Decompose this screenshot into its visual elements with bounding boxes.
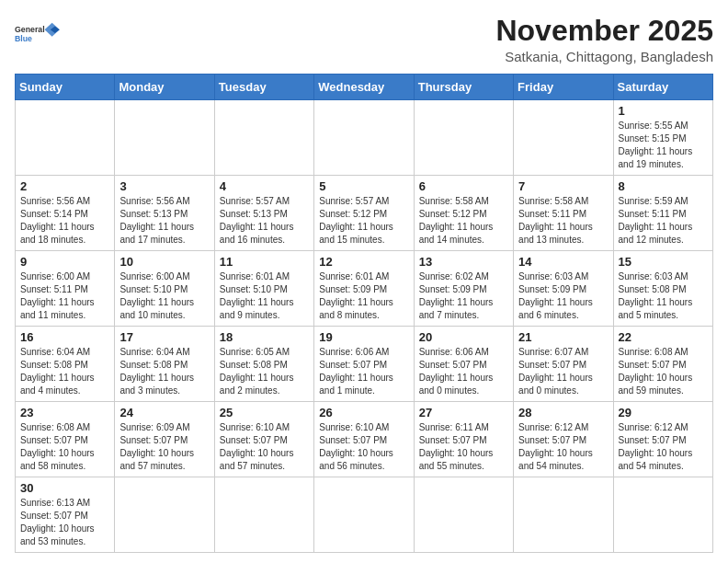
calendar-cell: 23Sunrise: 6:08 AM Sunset: 5:07 PM Dayli…	[16, 402, 115, 477]
day-info: Sunrise: 5:56 AM Sunset: 5:14 PM Dayligh…	[20, 195, 109, 247]
calendar-cell: 29Sunrise: 6:12 AM Sunset: 5:07 PM Dayli…	[613, 402, 712, 477]
day-number: 5	[319, 179, 408, 193]
day-info: Sunrise: 5:59 AM Sunset: 5:11 PM Dayligh…	[619, 195, 708, 247]
day-number: 7	[518, 179, 608, 193]
title-area: November 2025 Satkania, Chittagong, Bang…	[495, 15, 713, 64]
calendar-cell	[314, 100, 414, 176]
day-info: Sunrise: 6:12 AM Sunset: 5:07 PM Dayligh…	[619, 421, 708, 473]
weekday-header-thursday: Thursday	[414, 75, 513, 100]
day-number: 20	[419, 330, 508, 344]
day-number: 21	[518, 330, 608, 344]
calendar-cell: 12Sunrise: 6:01 AM Sunset: 5:09 PM Dayli…	[314, 251, 414, 327]
day-info: Sunrise: 6:05 AM Sunset: 5:08 PM Dayligh…	[220, 346, 309, 397]
day-number: 11	[220, 255, 309, 269]
day-info: Sunrise: 6:08 AM Sunset: 5:07 PM Dayligh…	[619, 346, 708, 397]
day-number: 23	[20, 406, 109, 419]
calendar-week-row: 30Sunrise: 6:13 AM Sunset: 5:07 PM Dayli…	[16, 477, 713, 553]
calendar-cell	[214, 477, 313, 553]
day-info: Sunrise: 6:04 AM Sunset: 5:08 PM Dayligh…	[20, 346, 109, 397]
calendar-week-row: 23Sunrise: 6:08 AM Sunset: 5:07 PM Dayli…	[16, 402, 713, 477]
calendar-cell: 11Sunrise: 6:01 AM Sunset: 5:10 PM Dayli…	[214, 251, 313, 327]
day-info: Sunrise: 6:12 AM Sunset: 5:07 PM Dayligh…	[518, 421, 608, 473]
calendar-cell: 20Sunrise: 6:06 AM Sunset: 5:07 PM Dayli…	[414, 327, 513, 402]
calendar-cell: 22Sunrise: 6:08 AM Sunset: 5:07 PM Dayli…	[613, 327, 712, 402]
calendar-week-row: 16Sunrise: 6:04 AM Sunset: 5:08 PM Dayli…	[16, 327, 713, 402]
calendar-cell: 18Sunrise: 6:05 AM Sunset: 5:08 PM Dayli…	[214, 327, 313, 402]
weekday-header-row: SundayMondayTuesdayWednesdayThursdayFrid…	[16, 75, 713, 100]
day-info: Sunrise: 6:13 AM Sunset: 5:07 PM Dayligh…	[20, 497, 109, 548]
day-number: 12	[319, 255, 408, 269]
calendar-cell: 27Sunrise: 6:11 AM Sunset: 5:07 PM Dayli…	[414, 402, 513, 477]
calendar-cell: 3Sunrise: 5:56 AM Sunset: 5:13 PM Daylig…	[115, 176, 214, 251]
calendar-week-row: 1Sunrise: 5:55 AM Sunset: 5:15 PM Daylig…	[16, 100, 713, 176]
calendar-cell	[16, 100, 115, 176]
calendar-cell: 8Sunrise: 5:59 AM Sunset: 5:11 PM Daylig…	[613, 176, 712, 251]
calendar-cell: 7Sunrise: 5:58 AM Sunset: 5:11 PM Daylig…	[514, 176, 613, 251]
svg-text:Blue: Blue	[15, 34, 32, 43]
calendar-cell	[115, 100, 214, 176]
calendar-cell	[514, 100, 613, 176]
page-header: General Blue November 2025 Satkania, Chi…	[15, 15, 713, 64]
location-subtitle: Satkania, Chittagong, Bangladesh	[495, 49, 713, 64]
calendar-cell: 13Sunrise: 6:02 AM Sunset: 5:09 PM Dayli…	[414, 251, 513, 327]
day-number: 6	[419, 179, 508, 193]
calendar-cell: 6Sunrise: 5:58 AM Sunset: 5:12 PM Daylig…	[414, 176, 513, 251]
day-info: Sunrise: 6:04 AM Sunset: 5:08 PM Dayligh…	[119, 346, 209, 397]
weekday-header-monday: Monday	[115, 75, 214, 100]
day-number: 22	[619, 330, 708, 344]
weekday-header-saturday: Saturday	[613, 75, 712, 100]
day-number: 29	[619, 406, 708, 419]
month-title: November 2025	[495, 15, 713, 47]
day-info: Sunrise: 5:57 AM Sunset: 5:12 PM Dayligh…	[319, 195, 408, 247]
calendar-cell: 10Sunrise: 6:00 AM Sunset: 5:10 PM Dayli…	[115, 251, 214, 327]
calendar-table: SundayMondayTuesdayWednesdayThursdayFrid…	[15, 74, 713, 553]
calendar-cell	[514, 477, 613, 553]
calendar-cell: 2Sunrise: 5:56 AM Sunset: 5:14 PM Daylig…	[16, 176, 115, 251]
day-number: 4	[220, 179, 309, 193]
weekday-header-tuesday: Tuesday	[214, 75, 313, 100]
day-info: Sunrise: 5:58 AM Sunset: 5:12 PM Dayligh…	[419, 195, 508, 247]
calendar-cell	[214, 100, 313, 176]
day-number: 19	[319, 330, 408, 344]
calendar-cell	[613, 477, 712, 553]
day-info: Sunrise: 6:01 AM Sunset: 5:10 PM Dayligh…	[220, 270, 309, 322]
day-info: Sunrise: 6:11 AM Sunset: 5:07 PM Dayligh…	[419, 421, 508, 473]
day-info: Sunrise: 6:02 AM Sunset: 5:09 PM Dayligh…	[419, 270, 508, 322]
day-number: 9	[20, 255, 109, 269]
calendar-week-row: 2Sunrise: 5:56 AM Sunset: 5:14 PM Daylig…	[16, 176, 713, 251]
day-info: Sunrise: 5:57 AM Sunset: 5:13 PM Dayligh…	[220, 195, 309, 247]
svg-text:General: General	[15, 25, 45, 34]
calendar-cell: 30Sunrise: 6:13 AM Sunset: 5:07 PM Dayli…	[16, 477, 115, 553]
day-info: Sunrise: 5:55 AM Sunset: 5:15 PM Dayligh…	[619, 120, 708, 171]
calendar-cell	[314, 477, 414, 553]
day-number: 14	[518, 255, 608, 269]
day-info: Sunrise: 6:00 AM Sunset: 5:11 PM Dayligh…	[20, 270, 109, 322]
weekday-header-sunday: Sunday	[16, 75, 115, 100]
day-info: Sunrise: 6:03 AM Sunset: 5:08 PM Dayligh…	[619, 270, 708, 322]
day-number: 26	[319, 406, 408, 419]
day-number: 1	[619, 104, 708, 118]
calendar-cell: 17Sunrise: 6:04 AM Sunset: 5:08 PM Dayli…	[115, 327, 214, 402]
day-info: Sunrise: 6:03 AM Sunset: 5:09 PM Dayligh…	[518, 270, 608, 322]
day-number: 17	[119, 330, 209, 344]
day-info: Sunrise: 6:08 AM Sunset: 5:07 PM Dayligh…	[20, 421, 109, 473]
day-number: 8	[619, 179, 708, 193]
calendar-cell: 16Sunrise: 6:04 AM Sunset: 5:08 PM Dayli…	[16, 327, 115, 402]
day-info: Sunrise: 6:10 AM Sunset: 5:07 PM Dayligh…	[319, 421, 408, 473]
logo: General Blue	[15, 15, 61, 52]
day-info: Sunrise: 5:58 AM Sunset: 5:11 PM Dayligh…	[518, 195, 608, 247]
calendar-cell: 24Sunrise: 6:09 AM Sunset: 5:07 PM Dayli…	[115, 402, 214, 477]
calendar-cell	[414, 100, 513, 176]
calendar-cell: 4Sunrise: 5:57 AM Sunset: 5:13 PM Daylig…	[214, 176, 313, 251]
day-info: Sunrise: 6:06 AM Sunset: 5:07 PM Dayligh…	[319, 346, 408, 397]
day-number: 2	[20, 179, 109, 193]
calendar-cell: 14Sunrise: 6:03 AM Sunset: 5:09 PM Dayli…	[514, 251, 613, 327]
calendar-cell: 9Sunrise: 6:00 AM Sunset: 5:11 PM Daylig…	[16, 251, 115, 327]
day-number: 10	[119, 255, 209, 269]
calendar-week-row: 9Sunrise: 6:00 AM Sunset: 5:11 PM Daylig…	[16, 251, 713, 327]
day-number: 25	[220, 406, 309, 419]
calendar-cell	[414, 477, 513, 553]
day-number: 13	[419, 255, 508, 269]
calendar-cell: 26Sunrise: 6:10 AM Sunset: 5:07 PM Dayli…	[314, 402, 414, 477]
day-number: 18	[220, 330, 309, 344]
